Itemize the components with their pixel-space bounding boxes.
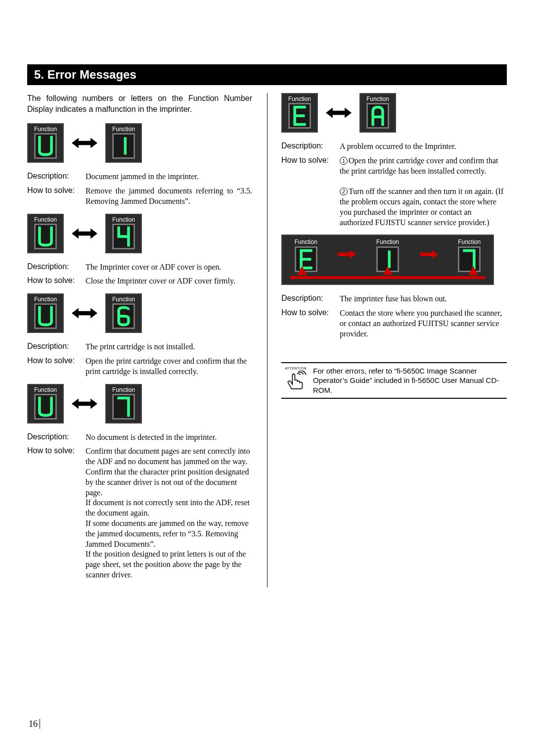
attention-text: For other errors, refer to “fi-5650C Ima… (313, 366, 505, 395)
seg-display-U (34, 303, 57, 329)
function-label: Function (112, 217, 135, 223)
function-label: Function (458, 238, 481, 245)
seg-display-A (366, 103, 389, 129)
description-label: Description: (27, 342, 86, 351)
function-label: Function (34, 126, 57, 132)
seg-display-7 (112, 394, 135, 420)
solve-text: Open the print cartridge cover and confi… (86, 356, 252, 377)
solve-text: Close the Imprinter cover or ADF cover f… (86, 276, 235, 286)
solve-text: Remove the jammed documents referring to… (86, 186, 252, 207)
display-u4: Function Function (27, 214, 252, 253)
function-label: Function (366, 96, 389, 102)
function-label: Function (112, 387, 135, 393)
section-heading: 5. Error Messages (27, 64, 507, 85)
description-label: Description: (281, 294, 340, 303)
description-label: Description: (281, 142, 340, 150)
solve-text: 1Open the print cartridge cover and conf… (340, 156, 507, 228)
function-panel: Function (359, 93, 396, 133)
step-2-icon: 2 (340, 188, 348, 195)
function-label: Function (112, 126, 135, 132)
display-ea: Function Function (281, 93, 507, 133)
function-label: Function (34, 217, 57, 223)
page-number: 16 (29, 719, 41, 729)
attention-hand-icon: ATTENTION (283, 366, 308, 394)
function-label: Function (34, 296, 57, 302)
solve-label: How to solve: (27, 276, 86, 285)
step-1-icon: 1 (340, 157, 348, 165)
left-column: The following numbers or letters on the … (27, 93, 267, 587)
double-arrow-icon (326, 106, 352, 120)
description-label: Description: (27, 432, 86, 441)
solve-label: How to solve: (281, 308, 340, 317)
seg-display-6 (112, 303, 135, 329)
description-label: Description: (27, 262, 86, 271)
seg-display-U (34, 394, 57, 420)
function-panel: Function (281, 93, 318, 133)
right-arrow-icon (418, 248, 440, 262)
solve-text: Confirm that document pages are sent cor… (86, 446, 252, 580)
display-u1: Function Function (27, 123, 252, 163)
double-arrow-icon (72, 306, 97, 320)
function-label: Function (288, 96, 311, 102)
function-panel: Function (105, 293, 142, 333)
function-panel: Function (105, 384, 142, 424)
right-column: Function Function Description: A problem… (267, 93, 507, 587)
solve-label: How to solve: (281, 156, 340, 165)
description-text: The imprinter fuse has blown out. (340, 294, 447, 304)
display-u7: Function Function (27, 384, 252, 424)
seg-display-1 (112, 133, 135, 159)
attention-box: ATTENTION For other errors, refer to “fi… (281, 362, 507, 399)
function-label: Function (376, 238, 399, 245)
description-text: Document jammed in the imprinter. (86, 172, 199, 182)
function-panel: Function (27, 123, 64, 163)
function-panel: Function (27, 384, 64, 424)
function-panel: Function (27, 214, 64, 253)
display-u6: Function Function (27, 293, 252, 333)
function-label: Function (112, 296, 135, 302)
description-text: The print cartridge is not installed. (86, 342, 195, 352)
description-label: Description: (27, 172, 86, 181)
intro-text: The following numbers or letters on the … (27, 93, 252, 114)
description-text: The Imprinter cover or ADF cover is open… (86, 262, 222, 273)
seg-display-U (34, 133, 57, 159)
function-label: Function (34, 387, 57, 393)
description-text: A problem occurred to the Imprinter. (340, 142, 456, 152)
sequence-bar-icon (290, 276, 485, 279)
seg-display-U (34, 224, 57, 249)
display-e17-sequence: Function Function Function (281, 235, 494, 285)
description-text: No document is detected in the imprinter… (86, 432, 217, 443)
function-label: Function (295, 238, 317, 245)
solve-label: How to solve: (27, 356, 86, 365)
seg-display-4 (112, 224, 135, 249)
function-panel: Function (105, 214, 142, 253)
double-arrow-icon (72, 227, 97, 240)
function-panel: Function (105, 123, 142, 163)
double-arrow-icon (72, 136, 97, 150)
seg-display-E (288, 103, 311, 129)
solve-label: How to solve: (27, 186, 86, 195)
function-panel: Function (27, 293, 64, 333)
double-arrow-icon (72, 397, 97, 411)
right-arrow-icon (336, 248, 357, 262)
solve-text: Contact the store where you purchased th… (340, 308, 507, 339)
solve-label: How to solve: (27, 446, 86, 455)
